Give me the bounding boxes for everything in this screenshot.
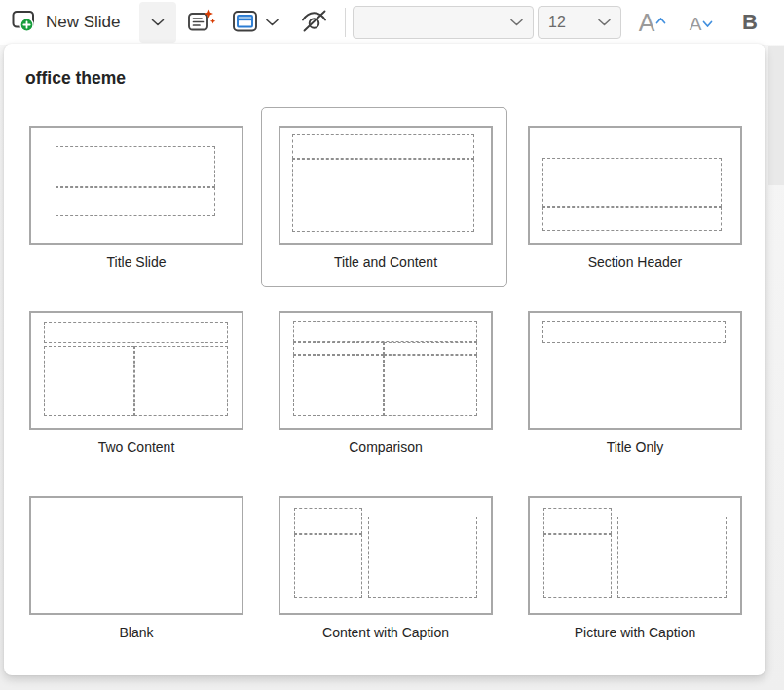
font-size-combobox[interactable]: 12: [538, 6, 621, 39]
background-scroll-fragment: [768, 46, 784, 185]
layout-thumbnail: [279, 496, 493, 615]
placeholder-box: [294, 534, 362, 598]
layout-card-label: Section Header: [528, 254, 742, 271]
layout-card-section-header[interactable]: Section Header: [528, 126, 742, 271]
placeholder-box: [617, 517, 727, 599]
layout-card-label: Picture with Caption: [528, 625, 742, 641]
layout-thumbnail: [279, 311, 493, 430]
placeholder-box: [56, 146, 215, 187]
layout-thumbnail: [528, 496, 742, 615]
placeholder-box: [542, 207, 722, 231]
new-slide-label: New Slide: [46, 13, 121, 32]
new-slide-layout-panel: office theme Title SlideTitle and Conten…: [4, 44, 765, 675]
new-slide-button[interactable]: New Slide: [6, 2, 127, 43]
layout-thumbnail: [29, 496, 243, 615]
layout-thumbnail: [29, 311, 243, 430]
designer-button[interactable]: [181, 2, 222, 43]
new-slide-icon: [12, 10, 37, 36]
increase-font-size-button[interactable]: A: [631, 2, 674, 43]
layout-card-blank[interactable]: Blank: [29, 496, 243, 641]
layout-card-comparison[interactable]: Comparison: [279, 311, 493, 456]
caret-up-icon: [655, 11, 666, 28]
placeholder-box: [292, 159, 474, 233]
bold-button[interactable]: B: [732, 2, 767, 43]
increase-font-label: A: [639, 2, 655, 43]
placeholder-box: [44, 346, 134, 417]
caret-down-icon: [702, 15, 713, 32]
decrease-font-label: A: [690, 2, 702, 47]
placeholder-box: [542, 321, 726, 343]
toolbar: New Slide: [0, 0, 784, 45]
placeholder-box: [293, 342, 384, 355]
layout-card-picture-with-caption[interactable]: Picture with Caption: [528, 496, 742, 641]
placeholder-box: [368, 517, 477, 599]
layout-thumbnail: [29, 126, 243, 245]
chevron-down-icon: [151, 14, 165, 31]
chevron-down-icon: [266, 14, 279, 31]
layout-card-label: Title Only: [528, 440, 742, 456]
hide-slide-icon: [299, 8, 329, 38]
layout-thumbnail: [528, 311, 742, 430]
layout-card-title-slide[interactable]: Title Slide: [29, 126, 243, 271]
layout-card-content-with-caption[interactable]: Content with Caption: [279, 496, 493, 641]
font-size-value: 12: [548, 14, 566, 31]
placeholder-box: [384, 355, 477, 416]
placeholder-box: [543, 534, 612, 598]
font-name-combobox[interactable]: [353, 6, 534, 39]
slide-layout-icon: [232, 9, 258, 37]
placeholder-box: [56, 187, 215, 216]
placeholder-box: [384, 342, 477, 355]
layout-card-two-content[interactable]: Two Content: [29, 311, 243, 456]
layout-card-title-only[interactable]: Title Only: [528, 311, 742, 456]
designer-icon: [187, 8, 216, 38]
placeholder-box: [294, 508, 362, 534]
slide-layout-button[interactable]: [226, 2, 284, 43]
placeholder-box: [44, 322, 228, 343]
layout-thumbnail: [279, 126, 493, 245]
toolbar-separator: [345, 8, 346, 37]
placeholder-box: [293, 355, 384, 416]
layout-card-label: Title and Content: [279, 254, 493, 271]
theme-title: office theme: [25, 68, 126, 89]
layout-thumbnail: [528, 126, 742, 245]
placeholder-box: [292, 134, 474, 158]
layout-card-label: Blank: [29, 625, 243, 641]
layout-card-label: Content with Caption: [279, 625, 493, 641]
layout-card-label: Title Slide: [29, 254, 243, 271]
placeholder-box: [293, 321, 477, 342]
layout-card-title-and-content[interactable]: Title and Content: [279, 126, 493, 271]
new-slide-dropdown-button[interactable]: [139, 2, 176, 43]
decrease-font-size-button[interactable]: A: [680, 2, 723, 43]
hide-slide-button[interactable]: [292, 2, 335, 43]
placeholder-box: [134, 346, 228, 417]
layout-card-label: Comparison: [279, 440, 493, 456]
chevron-down-icon: [510, 14, 523, 31]
placeholder-box: [543, 508, 612, 534]
placeholder-box: [542, 158, 722, 207]
layout-grid: Title SlideTitle and ContentSection Head…: [29, 126, 742, 641]
chevron-down-icon: [598, 14, 611, 31]
layout-card-label: Two Content: [29, 440, 243, 456]
